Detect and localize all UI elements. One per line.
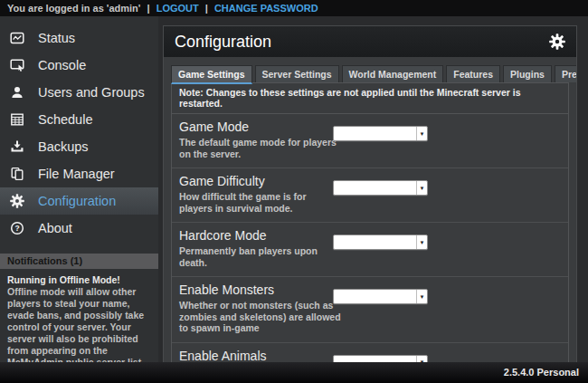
change-password-link[interactable]: CHANGE PASSWORD (214, 3, 318, 14)
sidebar-item-about[interactable]: ?About (0, 215, 158, 242)
body-region: StatusConsoleUsers and GroupsScheduleBac… (0, 16, 588, 362)
tab-world-management[interactable]: World Management (342, 65, 444, 82)
sidebar-item-users-and-groups[interactable]: Users and Groups (0, 79, 158, 106)
notification-title: Running in Offline Mode! (7, 274, 151, 286)
configuration-panel: Configuration Game SettingsServer Settin… (163, 25, 577, 362)
tab-content: Note: Changes to these settings are not … (171, 82, 569, 362)
setting-description: Whether or not monsters (such as zombies… (179, 300, 342, 334)
logout-link[interactable]: LOGOUT (156, 3, 199, 14)
topbar-separator: | (205, 3, 208, 14)
game-difficulty-select[interactable]: ▼ (333, 180, 428, 196)
svg-text:?: ? (14, 224, 19, 233)
content-area: Configuration Game SettingsServer Settin… (158, 16, 588, 362)
sidebar-item-schedule[interactable]: Schedule (0, 106, 158, 133)
chevron-down-icon: ▼ (416, 235, 427, 249)
page-title: Configuration (175, 33, 549, 52)
sidebar-item-label: Backups (38, 139, 89, 154)
sidebar-item-label: Console (38, 58, 86, 72)
setting-row-hardcore-mode: Hardcore ModePermanently ban players upo… (172, 223, 568, 277)
sidebar-item-configuration[interactable]: Configuration (0, 187, 158, 215)
status-bar: 2.5.4.0 Personal (0, 362, 588, 383)
topbar-separator: | (147, 3, 150, 14)
console-icon (10, 58, 24, 72)
tab-features[interactable]: Features (446, 65, 500, 82)
enable-monsters-select[interactable]: ▼ (333, 289, 428, 304)
sidebar-item-label: Status (38, 31, 75, 45)
panel-gear-icon[interactable] (549, 34, 565, 50)
about-icon: ? (10, 221, 24, 235)
logged-in-text: You are logged in as 'admin' (7, 3, 140, 14)
tab-plugins[interactable]: Plugins (503, 65, 552, 82)
note-bar: Note: Changes to these settings are not … (172, 83, 568, 114)
setting-row-game-mode: Game ModeThe default game mode for playe… (172, 114, 568, 168)
chevron-down-icon: ▼ (416, 290, 427, 303)
sidebar-item-file-manager[interactable]: File Manager (0, 160, 158, 187)
configuration-icon (10, 194, 24, 208)
panel-header: Configuration (164, 26, 576, 57)
mcmyadmin-app: You are logged in as 'admin' | LOGOUT | … (0, 0, 588, 383)
sidebar-nav: StatusConsoleUsers and GroupsScheduleBac… (0, 16, 158, 242)
sidebar-item-label: File Manager (38, 167, 115, 181)
sidebar-item-console[interactable]: Console (0, 52, 158, 79)
tab-preferences[interactable]: Preferences (555, 65, 577, 82)
status-icon (10, 31, 24, 45)
backups-icon (10, 139, 24, 154)
sidebar-item-status[interactable]: Status (0, 24, 158, 52)
users-icon (10, 85, 24, 100)
file-manager-icon (10, 167, 24, 181)
tab-server-settings[interactable]: Server Settings (255, 65, 339, 82)
setting-row-enable-animals: Enable AnimalsWhether or not friendly an… (172, 343, 568, 363)
schedule-icon (10, 112, 24, 127)
game-mode-select[interactable]: ▼ (333, 126, 428, 141)
settings-list: Game ModeThe default game mode for playe… (172, 114, 568, 362)
enable-animals-select[interactable]: ▼ (333, 355, 428, 363)
sidebar-item-label: About (38, 221, 72, 235)
sidebar: StatusConsoleUsers and GroupsScheduleBac… (0, 16, 158, 362)
sidebar-item-label: Users and Groups (38, 85, 145, 100)
notifications-header: Notifications (1) (0, 254, 158, 269)
sidebar-item-label: Configuration (38, 194, 116, 208)
tab-bar: Game SettingsServer SettingsWorld Manage… (171, 65, 569, 82)
tab-game-settings[interactable]: Game Settings (171, 65, 252, 84)
setting-row-game-difficulty: Game DifficultyHow difficult the game is… (172, 168, 568, 223)
chevron-down-icon: ▼ (416, 127, 427, 140)
setting-description: How difficult the game is for players in… (179, 191, 342, 214)
setting-description: The default game mode for players on the… (179, 137, 342, 159)
chevron-down-icon: ▼ (416, 356, 427, 363)
hardcore-mode-select[interactable]: ▼ (333, 235, 428, 250)
chevron-down-icon: ▼ (416, 181, 427, 195)
version-label: 2.5.4.0 Personal (504, 367, 579, 378)
sidebar-item-label: Schedule (38, 112, 92, 127)
sidebar-item-backups[interactable]: Backups (0, 133, 158, 160)
setting-row-enable-monsters: Enable MonstersWhether or not monsters (… (172, 277, 568, 343)
topbar: You are logged in as 'admin' | LOGOUT | … (0, 0, 588, 16)
setting-description: Permanently ban players upon death. (179, 245, 342, 268)
